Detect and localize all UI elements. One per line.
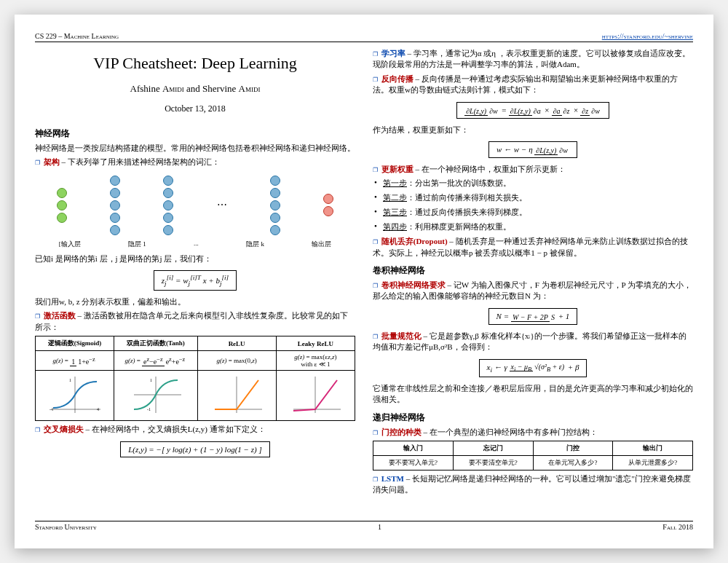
course-code: CS 229 – Machine Learning [35, 32, 119, 40]
svg-text:1: 1 [69, 378, 71, 382]
activation-table: 逻辑函数(Sigmoid) 双曲正切函数(Tanh) ReLU Leaky Re… [35, 336, 355, 421]
lr-line: ❐ 学习率 – 学习率，通常记为α 或η ，表示权重更新的速度。它可以被修复或自… [373, 48, 693, 71]
lstm-line: ❐ LSTM – 长短期记忆网络是递归神经网络的一种。它可以通过增加"遗忘"门控… [373, 473, 693, 496]
content-columns: VIP Cheatsheet: Deep Learning Afshine Am… [35, 48, 693, 514]
page: CS 229 – Machine Learning https://stanfo… [15, 15, 713, 548]
eq-z: zj[i] = wj[i]T x + bj[i] [154, 270, 237, 291]
authors: Afshine Amidi and Shervine Amidi [35, 83, 355, 95]
cnn-req-line: ❐ 卷积神经网络要求 – 记W 为输入图像尺寸，F 为卷积层神经元尺寸，P 为零… [373, 280, 693, 302]
gates-line: ❐ 门控的种类 – 在一个典型的递归神经网络中有多种门控结构： [373, 427, 693, 438]
update-steps: 第一步：分出第一批次的训练数据。 第二步：通过前向传播来得到相关损失。 第三步：… [373, 178, 693, 232]
page-footer: Stanford University 1 Fall 2018 [35, 521, 693, 531]
bp-line: ❐ 反向传播 – 反向传播是一种通过考虑实际输出和期望输出来更新神经网络中权重的… [373, 74, 693, 96]
gates-table: 输入门 忘记门 门控 输出门 要不要写入单元? 要不要清空单元? 在单元写入多少… [373, 441, 693, 471]
footer-left: Stanford University [35, 523, 97, 531]
layer-labels: [输入层 隐层 1 ... 隐层 k 输出层 [35, 240, 355, 249]
bn-note: 它通常在非线性层之前和全连接／卷积层后应用，目的是允许更高的学习率和减少初始化的… [373, 383, 693, 406]
footer-right: Fall 2018 [662, 523, 693, 531]
svg-text:4: 4 [97, 407, 99, 412]
activation-line: ❐ 激活函数 – 激活函数被用在隐含单元之后来向模型引入非线性复杂度。比较常见的… [35, 310, 355, 333]
bn-line: ❐ 批量规范化 – 它是超参数γ,β 标准化样本{xᵢ}的一个步骤。将我们希望修… [373, 331, 693, 353]
header-link[interactable]: https://stanford.edu/~shervine [602, 32, 693, 40]
eq-ce: L(z,y) = −[ y log(z) + (1 − y) log(1 − z… [120, 441, 270, 457]
dropout-line: ❐ 随机丢弃(Dropout) – 随机丢弃是一种通过丢弃神经网络单元来防止训练… [373, 236, 693, 259]
page-header: CS 229 – Machine Learning https://stanfo… [35, 32, 693, 42]
right-column: ❐ 学习率 – 学习率，通常记为α 或η ，表示权重更新的速度。它可以被修复或自… [373, 48, 693, 514]
svg-text:-1: -1 [147, 407, 151, 412]
left-column: VIP Cheatsheet: Deep Learning Afshine Am… [35, 48, 355, 514]
section-cnn: 卷积神经网络 [373, 264, 693, 277]
eq-bp: ∂L(z,y)∂w = ∂L(z,y)∂a × ∂a∂z × ∂z∂w [456, 102, 609, 119]
svg-text:-4: -4 [50, 407, 53, 412]
arch-line: ❐ 架构 – 下表列举了用来描述神经网络架构的词汇： [35, 157, 355, 168]
eq-bn: xi ← γ xi − μB√(σ²B + ε) + β [479, 359, 587, 377]
footer-page: 1 [378, 523, 381, 531]
note-i: 已知i 是网络的第i 层，j 是网络的第j 层，我们有： [35, 253, 355, 264]
note-wbz: 我们用w, b, z 分别表示权重，偏差和输出。 [35, 296, 355, 307]
nn-intro: 神经网络是一类按层结构搭建的模型。常用的神经网络包括卷积神经网络和递归神经网络。 [35, 143, 355, 154]
section-nn: 神经网络 [35, 127, 355, 140]
bp-result: 作为结果，权重更新如下： [373, 125, 693, 135]
date: October 13, 2018 [35, 103, 355, 114]
section-rnn: 递归神经网络 [373, 412, 693, 424]
eq-bp-update: w ← w − η ∂L(z,y)∂w [488, 141, 577, 158]
svg-text:1: 1 [150, 378, 152, 382]
update-line: ❐ 更新权重 – 在一个神经网络中，权重如下所示更新： [373, 164, 693, 175]
eq-cnn: N = W − F + 2PS + 1 [488, 308, 578, 325]
page-title: VIP Cheatsheet: Deep Learning [35, 54, 355, 73]
nn-diagram: ⋯ [35, 171, 355, 240]
ce-line: ❐ 交叉熵损失 – 在神经网络中，交叉熵损失L(z,y) 通常如下定义： [35, 424, 355, 435]
